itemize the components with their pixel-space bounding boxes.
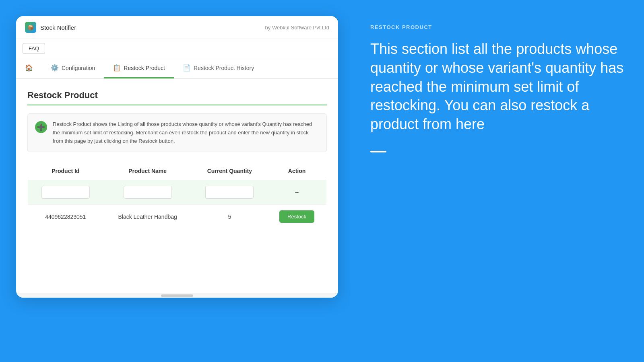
app-name: Stock Notifier — [40, 24, 76, 31]
table-header-row: Product Id Product Name Current Quantity… — [28, 162, 327, 180]
tab-restock-history-label: Restock Product History — [194, 65, 254, 71]
section-title: Restock Product — [27, 90, 327, 105]
col-current-quantity: Current Quantity — [192, 162, 268, 180]
filter-row: -- — [28, 180, 327, 205]
info-icon: ➕ — [35, 121, 47, 133]
right-panel-label: RESTOCK PRODUCT — [370, 24, 624, 30]
tab-configuration-label: Configuration — [62, 65, 95, 71]
quantity-cell: 5 — [192, 205, 268, 229]
info-text: Restock Product shows the Listing of all… — [53, 120, 319, 145]
restock-history-icon: 📄 — [183, 64, 191, 72]
info-box: ➕ Restock Product shows the Listing of a… — [27, 113, 327, 152]
filter-product-name-cell — [103, 180, 192, 205]
configuration-icon: ⚙️ — [51, 64, 59, 72]
filter-product-id-input[interactable] — [41, 186, 90, 199]
tab-restock-history[interactable]: 📄 Restock Product History — [174, 58, 263, 78]
left-panel: 📦 Stock Notifier by Webkul Software Pvt … — [0, 0, 350, 362]
app-by-label: by Webkul Software Pvt Ltd — [265, 25, 329, 31]
table-row: 4409622823051 Black Leather Handbag 5 Re… — [28, 205, 327, 229]
right-panel: RESTOCK PRODUCT This section list all th… — [350, 0, 644, 362]
right-panel-description: This section list all the products whose… — [370, 40, 624, 134]
product-id-cell: 4409622823051 — [28, 205, 103, 229]
tab-configuration[interactable]: ⚙️ Configuration — [42, 58, 104, 78]
app-branding: 📦 Stock Notifier — [25, 22, 76, 33]
content-area: Restock Product ➕ Restock Product shows … — [16, 79, 338, 293]
filter-action-cell: -- — [267, 180, 326, 205]
tab-home[interactable]: 🏠 — [16, 58, 42, 78]
col-action: Action — [267, 162, 326, 180]
restock-product-icon: 📋 — [113, 64, 121, 72]
action-cell: Restock — [267, 205, 326, 229]
app-card: 📦 Stock Notifier by Webkul Software Pvt … — [16, 16, 338, 298]
filter-product-name-input[interactable] — [124, 186, 172, 199]
faq-button[interactable]: FAQ — [23, 43, 45, 54]
col-product-id: Product Id — [28, 162, 103, 180]
scroll-thumb — [161, 294, 193, 297]
tab-restock-product[interactable]: 📋 Restock Product — [104, 58, 174, 78]
home-icon: 🏠 — [25, 64, 33, 72]
restock-button[interactable]: Restock — [279, 210, 314, 223]
faq-bar: FAQ — [16, 39, 338, 58]
top-bar: 📦 Stock Notifier by Webkul Software Pvt … — [16, 16, 338, 39]
filter-product-id-cell — [28, 180, 103, 205]
tab-restock-product-label: Restock Product — [124, 65, 165, 71]
right-panel-divider — [370, 151, 386, 152]
filter-quantity-input[interactable] — [205, 186, 254, 199]
col-product-name: Product Name — [103, 162, 192, 180]
app-logo-icon: 📦 — [25, 22, 36, 33]
product-name-cell: Black Leather Handbag — [103, 205, 192, 229]
nav-tabs: 🏠 ⚙️ Configuration 📋 Restock Product 📄 R… — [16, 58, 338, 79]
bottom-scrollbar — [16, 293, 338, 298]
filter-quantity-cell — [192, 180, 268, 205]
products-table: Product Id Product Name Current Quantity… — [27, 162, 327, 229]
